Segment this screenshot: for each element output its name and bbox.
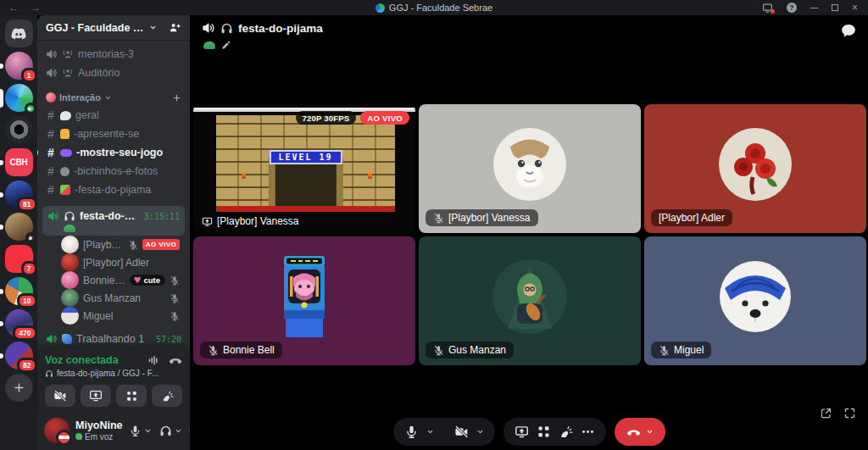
speaker-icon: [46, 48, 58, 60]
soundboard-button[interactable]: [559, 425, 573, 439]
chat-bubble-icon[interactable]: [841, 23, 856, 38]
activities-button[interactable]: [537, 425, 551, 439]
server-icon-globe[interactable]: [5, 84, 33, 112]
add-server-button[interactable]: [5, 374, 33, 402]
nav-back-icon[interactable]: ←: [8, 2, 19, 14]
channel-bichinhos-e-fotos[interactable]: # -bichinhos-e-fotos: [42, 162, 185, 181]
cat-avatar: [493, 128, 566, 201]
camera-off-button[interactable]: [454, 425, 469, 439]
camera-button[interactable]: [45, 385, 75, 407]
help-icon[interactable]: ?: [787, 3, 797, 13]
voice-stage: festa-do-pijama LEVEL 19 720P 30FPS: [190, 15, 868, 450]
server-icon-blue[interactable]: 81: [5, 181, 33, 208]
minimize-button[interactable]: [810, 8, 818, 8]
voice-channel-trabalhando[interactable]: Trabalhando 1 57:20: [42, 330, 185, 347]
server-icon-cbh[interactable]: CBH: [5, 148, 33, 176]
participant-tile-miguel[interactable]: Miguel: [644, 236, 866, 365]
participant-tile-gus[interactable]: Gus Manzan: [419, 236, 641, 365]
mic-icon[interactable]: [129, 425, 142, 437]
participant-tile-bonnie[interactable]: Bonnie Bell: [193, 236, 415, 365]
voice-active-badge: [25, 103, 36, 114]
call-controls: [190, 418, 868, 446]
window-title: GGJ - Faculdade Sebrae: [389, 3, 492, 13]
username[interactable]: MiyoNine: [75, 419, 123, 431]
server-icon-tan[interactable]: [5, 213, 33, 241]
close-button[interactable]: ×: [852, 3, 858, 13]
server-icon-pink[interactable]: 1: [5, 52, 33, 80]
mic-button[interactable]: [404, 425, 419, 439]
chevron-down-icon[interactable]: [175, 427, 182, 435]
channel-name: -mostre-seu-jogo: [76, 147, 163, 158]
maximize-button[interactable]: [832, 4, 838, 11]
stream-tile-vanessa[interactable]: LEVEL 19 720P 30FPS AO VIVO [Playbor] Va…: [193, 104, 415, 233]
participant-tile-vanessa[interactable]: [Playbor] Vanessa: [419, 104, 641, 233]
channel-name: -bichinhos-e-fotos: [74, 165, 158, 177]
participant-name: Bonnie Bell: [223, 344, 275, 356]
pencil-icon[interactable]: [221, 40, 231, 50]
channel-festa-do-pijama[interactable]: # -festa-do-pijama: [42, 181, 185, 199]
voice-location[interactable]: festa-do-pijama / GGJ - F...: [57, 369, 159, 378]
participant-name: Gus Manzan: [448, 344, 506, 356]
screen-share-button[interactable]: [515, 425, 529, 439]
category-name: Interação: [59, 92, 101, 103]
nav-forward-icon[interactable]: →: [31, 2, 41, 14]
activities-button[interactable]: [116, 385, 147, 407]
channel-status-row[interactable]: [203, 40, 231, 50]
server-header[interactable]: GGJ - Faculdade Sebr...: [37, 15, 190, 40]
hang-up-button[interactable]: [615, 418, 665, 446]
game-health-bar: [216, 206, 395, 212]
create-channel-icon[interactable]: [172, 93, 181, 103]
more-options-button[interactable]: [581, 425, 595, 439]
channel-header: festa-do-pijama: [202, 21, 323, 35]
window-titlebar: ← → GGJ - Faculdade Sebrae ? ×: [0, 0, 868, 15]
mention-badge: 81: [17, 197, 36, 213]
headphones-icon[interactable]: [159, 425, 172, 437]
voice-quality-icon[interactable]: [147, 354, 159, 366]
channel-mostre-seu-jogo[interactable]: # -mostre-seu-jogo: [42, 143, 185, 162]
server-icon-duo[interactable]: 82: [5, 342, 33, 369]
chevron-down-icon[interactable]: [144, 427, 152, 435]
voice-channel-auditorio[interactable]: Auditório: [42, 64, 185, 82]
blue-emoji: [62, 334, 72, 344]
user-area: MiyoNine Em voz ⚙: [37, 414, 190, 450]
participant-label: [Playbor] Adler: [651, 209, 732, 226]
server-icon-wheel[interactable]: 10: [5, 277, 33, 305]
voice-channel-festa-do-pijama-active[interactable]: festa-do-pij... 3:15:11: [42, 206, 185, 236]
hang-up-icon: [626, 425, 641, 439]
participant-label: Bonnie Bell: [200, 342, 282, 358]
mention-badge: 7: [21, 261, 37, 277]
invite-people-icon[interactable]: [169, 21, 181, 34]
chevron-down-icon[interactable]: [646, 428, 654, 436]
avatar: [61, 271, 79, 289]
channel-geral[interactable]: # geral: [42, 106, 185, 125]
voice-member-vanessa[interactable]: [Playbor] ... AO VIVO: [42, 236, 185, 253]
roses-avatar: [719, 128, 792, 201]
category-interacao[interactable]: Interação: [42, 91, 185, 106]
server-icon-poster[interactable]: 470: [5, 309, 33, 337]
chevron-down-icon[interactable]: [426, 428, 434, 436]
mic-muted-icon: [433, 345, 444, 356]
server-icon-red[interactable]: 7: [5, 245, 33, 273]
participant-tile-adler[interactable]: [Playbor] Adler: [644, 104, 866, 233]
voice-member-adler[interactable]: [Playbor] Adler: [42, 253, 185, 271]
discord-home-button[interactable]: [5, 19, 33, 47]
chevron-down-icon[interactable]: [476, 428, 484, 436]
voice-channel-mentorias[interactable]: mentorias-3: [42, 45, 185, 64]
soundboard-button[interactable]: [152, 385, 182, 407]
user-avatar[interactable]: [44, 418, 70, 443]
disconnect-icon[interactable]: [169, 353, 182, 367]
voice-member-bonnie[interactable]: Bonnie Bell ♥ cute: [42, 271, 185, 289]
voice-member-gus[interactable]: Gus Manzan: [42, 289, 185, 307]
screen-share-button[interactable]: [81, 385, 111, 407]
server-icon-donut[interactable]: [5, 116, 33, 144]
screen-share-icon: [202, 216, 213, 227]
paw-emoji: [60, 167, 70, 176]
popout-icon[interactable]: [820, 407, 832, 419]
voice-member-miguel[interactable]: Miguel: [42, 307, 185, 325]
speaker-icon: [202, 21, 215, 35]
share-tools-pill: [504, 418, 606, 446]
fullscreen-icon[interactable]: [843, 407, 856, 419]
stream-active-icon[interactable]: [762, 3, 773, 14]
channel-apresente-se[interactable]: # -apresente-se: [42, 125, 185, 143]
speaker-icon: [46, 67, 58, 79]
